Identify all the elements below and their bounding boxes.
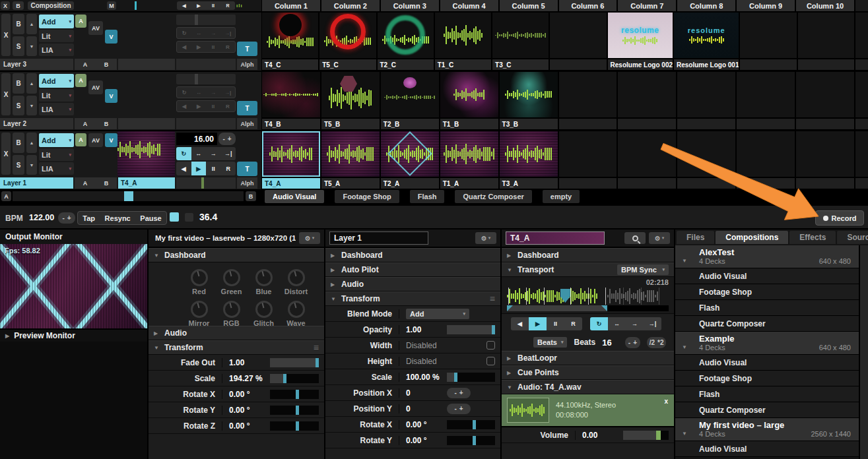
layer2-alpha-button[interactable]: Alph xyxy=(237,118,257,129)
rotate-x-slider[interactable] xyxy=(270,390,319,399)
clip-cell[interactable]: T2_B xyxy=(381,72,439,129)
deck-item[interactable]: Audio Visual xyxy=(675,441,859,457)
layer3-name[interactable]: Layer 3 xyxy=(0,59,73,70)
tab-effects[interactable]: Effects xyxy=(789,231,836,244)
deck-tab-audio-visual[interactable]: Audio Visual xyxy=(265,190,324,203)
crossfader-track[interactable] xyxy=(13,191,244,201)
layer1-t-button[interactable]: T xyxy=(237,162,257,176)
width-checkbox[interactable] xyxy=(486,341,495,350)
forward-icon[interactable]: → xyxy=(206,147,221,160)
clip-cell[interactable]: T2_A xyxy=(381,131,439,189)
clip-timeline[interactable]: 02:218 xyxy=(502,277,674,314)
layer2-down-icon[interactable]: ▼ xyxy=(26,96,37,115)
pingpong-icon[interactable]: ↔ xyxy=(608,317,626,330)
scale-slider[interactable] xyxy=(270,374,319,383)
loop-end-handle[interactable] xyxy=(601,305,607,311)
layer2-lia-select[interactable]: LIA▾ xyxy=(39,103,74,115)
layer1-active-clip-name[interactable]: T4_A xyxy=(118,177,175,189)
position-y-stepper[interactable]: -+ xyxy=(447,404,471,414)
bpm-value[interactable]: 122.00 xyxy=(29,213,54,222)
layer1-alpha-button[interactable]: Alph xyxy=(237,177,257,189)
empty-clip-cell[interactable] xyxy=(677,131,735,189)
tab-sources[interactable]: Sources xyxy=(837,231,868,244)
deck-item[interactable]: Flash xyxy=(675,386,859,402)
empty-clip-cell[interactable] xyxy=(677,72,735,129)
composition-audio-section[interactable]: ▶Audio xyxy=(149,326,324,340)
composition-x-button[interactable]: X xyxy=(1,1,10,10)
record-icon[interactable]: R xyxy=(220,101,235,111)
layer3-lit-select[interactable]: Lit▾ xyxy=(39,30,74,42)
layer2-solo-button[interactable]: S xyxy=(13,96,24,115)
layer3-v-button[interactable]: V xyxy=(105,30,117,44)
layer1-active-clip-thumb[interactable] xyxy=(117,131,175,177)
column-header-3[interactable]: Column 3 xyxy=(381,0,439,11)
clip-search-button[interactable] xyxy=(624,232,646,244)
clip-cell[interactable]: T4_B xyxy=(262,72,320,129)
knob-glitch[interactable]: Glitch xyxy=(248,301,280,327)
beat-toggle[interactable] xyxy=(185,213,193,222)
deck-item[interactable]: Audio Visual xyxy=(675,268,859,284)
deck-item[interactable]: Quartz Composer xyxy=(675,402,859,418)
resync-button[interactable]: Resync xyxy=(105,214,131,222)
clip-cell[interactable]: resolumeResolume Logo 001 xyxy=(674,13,739,70)
layer3-t-button[interactable]: T xyxy=(237,42,257,56)
layer2-ab-monitor[interactable]: AB xyxy=(75,118,117,129)
layer3-solo-button[interactable]: S xyxy=(13,36,24,56)
layer3-alpha-button[interactable]: Alph xyxy=(237,59,257,70)
beats-mode-dropdown[interactable]: Beats▾ xyxy=(533,337,567,348)
layer1-lia-select[interactable]: LIA▾ xyxy=(39,162,74,175)
layer1-x-button[interactable]: X xyxy=(1,133,11,175)
layer2-blend-select[interactable]: Add▾ xyxy=(39,74,74,88)
column-header-8[interactable]: Column 8 xyxy=(677,0,735,11)
layer1-duration-value[interactable]: 16.00 xyxy=(176,133,217,145)
cue-points-section[interactable]: ▶Cue Points xyxy=(502,365,674,380)
empty-clip-cell[interactable] xyxy=(796,72,854,129)
pause-icon[interactable]: II xyxy=(206,1,220,10)
play-icon[interactable]: ▶ xyxy=(191,162,207,175)
prev-icon[interactable]: ◀ xyxy=(177,1,191,10)
layer2-t-button[interactable]: T xyxy=(237,101,257,115)
layer3-ab-monitor[interactable]: AB xyxy=(75,59,117,70)
empty-clip-cell[interactable] xyxy=(737,72,795,129)
layer1-a-button[interactable]: A xyxy=(75,133,86,146)
clip-name-input[interactable]: T4_A xyxy=(506,231,605,245)
forward-icon[interactable]: → xyxy=(626,317,644,330)
play-icon[interactable]: ▶ xyxy=(191,101,206,111)
rotate-y-slider[interactable] xyxy=(270,406,319,415)
knob-dial[interactable] xyxy=(191,269,208,286)
knob-blue[interactable]: Blue xyxy=(248,269,280,295)
prev-icon[interactable]: ◀ xyxy=(511,317,529,330)
loop-start-handle[interactable] xyxy=(507,305,513,311)
composition-b-button[interactable]: B xyxy=(13,1,24,10)
column-header-6[interactable]: Column 6 xyxy=(559,0,617,11)
clip-cell[interactable]: T3_C xyxy=(492,13,549,70)
fade-out-slider[interactable] xyxy=(270,358,319,367)
record-button[interactable]: Record xyxy=(815,210,864,226)
layer-transform-section[interactable]: ▼Transform≡ xyxy=(325,291,500,306)
layer3-position-bar[interactable] xyxy=(176,15,236,25)
rotate-z-slider[interactable] xyxy=(270,421,319,431)
deck-item[interactable]: Flash xyxy=(675,300,859,316)
beats-half-double[interactable]: /2*2 xyxy=(647,337,666,348)
clip-audio-section[interactable]: ▼Audio: T4_A.wav xyxy=(502,380,674,394)
close-icon[interactable]: x xyxy=(664,398,668,405)
bpm-stepper[interactable]: -+ xyxy=(58,212,75,224)
layer1-v-button[interactable]: V xyxy=(105,133,117,147)
clip-cell[interactable]: T2_C xyxy=(378,13,434,70)
column-header-1[interactable]: Column 1 xyxy=(262,0,320,11)
layer2-a-button[interactable]: A xyxy=(75,74,86,87)
loop-icon[interactable]: ↻ xyxy=(176,147,191,160)
knob-green[interactable]: Green xyxy=(215,269,248,295)
position-x-stepper[interactable]: -+ xyxy=(447,388,471,398)
deck-tab-quartz-composer[interactable]: Quartz Composer xyxy=(455,190,531,203)
column-header-10[interactable]: Column 10 xyxy=(796,0,854,11)
record-icon[interactable]: R xyxy=(221,162,236,175)
deck-item[interactable]: Footage Shop xyxy=(675,284,859,300)
record-icon[interactable]: R xyxy=(564,317,582,330)
layer1-lit-select[interactable]: Lit▾ xyxy=(39,148,74,161)
to-end-icon[interactable]: →| xyxy=(644,317,661,330)
layer2-position-bar[interactable] xyxy=(176,74,236,84)
prev-icon[interactable]: ◀ xyxy=(177,42,191,52)
tab-compositions[interactable]: Compositions xyxy=(716,231,788,244)
deck-item[interactable]: Footage Shop xyxy=(675,371,859,386)
